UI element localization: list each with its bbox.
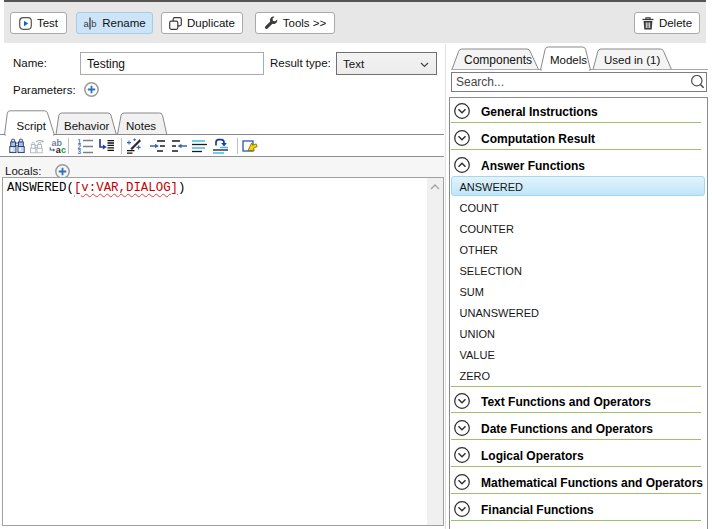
svg-text:Script: Script <box>17 120 47 132</box>
svg-text:a: a <box>84 18 90 29</box>
svg-text:b: b <box>91 18 96 29</box>
svg-text:3: 3 <box>78 148 82 154</box>
svg-text:Used in (1): Used in (1) <box>604 54 660 66</box>
svg-text:Models: Models <box>550 54 587 66</box>
svg-text:Notes: Notes <box>126 120 156 132</box>
svg-text:Components: Components <box>464 53 532 67</box>
svg-text:c: c <box>61 145 66 154</box>
svg-text:Behavior: Behavior <box>64 120 110 132</box>
